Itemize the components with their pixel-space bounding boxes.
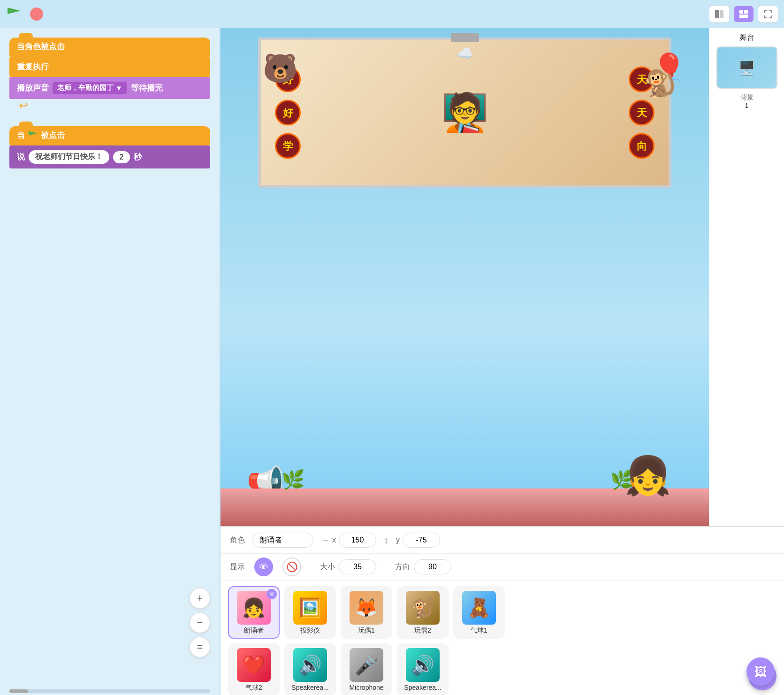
vis-hide-button[interactable]: 🚫 xyxy=(282,558,301,576)
char-tian2: 天 xyxy=(629,100,655,126)
sprite-card-img-microphone: 🎤 xyxy=(350,648,383,682)
zoom-in-button[interactable]: + xyxy=(190,588,210,609)
stage-sidebar-bg-count: 1 xyxy=(745,102,749,109)
sprite-card-wuou2[interactable]: 🐒 玩偶2 xyxy=(397,586,449,639)
sprite-grid: ✕ 👧 朗诵者 🖼️ 投影仪 🦊 玩偶1 🐒 玩偶2 xyxy=(221,580,741,695)
svg-rect-1 xyxy=(720,10,723,18)
sprite-card-speaker1[interactable]: 🔊 Speakerea... xyxy=(284,643,336,695)
flag-icon xyxy=(8,8,21,21)
top-bar-right xyxy=(709,6,778,23)
sprite-card-touyingyi[interactable]: 🖼️ 投影仪 xyxy=(284,586,336,639)
block-repeat-label: 重复执行 xyxy=(17,61,49,72)
stage-sidebar-title: 舞台 xyxy=(739,33,754,43)
coord-y-label: y xyxy=(396,536,400,544)
svg-rect-2 xyxy=(739,10,743,14)
stop-icon xyxy=(30,8,43,21)
teacher-figure: 🧑‍🏫 xyxy=(441,91,488,135)
zoom-out-button[interactable]: − xyxy=(190,612,210,633)
coord-group-y: y xyxy=(396,533,440,548)
stop-button[interactable] xyxy=(28,6,45,23)
stage-sidebar: 舞台 🖥️ 背景 1 xyxy=(709,28,784,526)
arrow-up-down-icon: ↕ xyxy=(384,535,388,546)
block-sound-suffix: 等待播完 xyxy=(131,83,163,93)
block-sound-prefix: 播放声音 xyxy=(17,83,49,93)
char-hao2: 好 xyxy=(275,100,301,126)
cloud-icon: ☁️ xyxy=(456,45,473,61)
add-bg-button[interactable]: 🖼 xyxy=(746,657,775,686)
sprite-card-label-qiqiu1: 气球1 xyxy=(471,626,487,635)
block-say-text[interactable]: 祝老师们节日快乐！ xyxy=(29,150,109,164)
flag-button[interactable] xyxy=(6,6,23,23)
coord-x-input[interactable] xyxy=(339,533,376,548)
layout-btn-1[interactable] xyxy=(709,6,730,23)
left-panel: 当角色被点击 重复执行 播放声音 老师，辛勤的园丁 ▼ 等待播完 ↩ xyxy=(0,28,221,695)
stage-container: 好 好 学 🧑‍🏫 天 天 向 xyxy=(221,28,709,526)
sprite-card-img-speaker2: 🔊 xyxy=(406,648,440,682)
sprite-card-img-touyingyi: 🖼️ xyxy=(293,591,327,625)
sprite-card-img-qiqiu1: 🧸 xyxy=(462,591,496,625)
sprite-card-qiqiu1[interactable]: 🧸 气球1 xyxy=(453,586,505,639)
size-input[interactable] xyxy=(339,559,376,574)
svg-rect-4 xyxy=(739,15,748,18)
block-flag-hat-suffix: 被点击 xyxy=(41,130,65,141)
arrow-left-right-icon: ↔ xyxy=(321,535,329,545)
sprite-card-qiqiu2[interactable]: ❤️ 气球2 xyxy=(228,643,280,695)
dir-input[interactable] xyxy=(414,559,451,574)
sprite-card-label-speaker1: Speakerea... xyxy=(291,684,328,691)
block-return-icon: ↩ xyxy=(19,99,210,112)
block-say-unit: 秒 xyxy=(134,152,142,162)
block-say-prefix: 说 xyxy=(17,152,25,162)
code-area: 当角色被点击 重复执行 播放声音 老师，辛勤的园丁 ▼ 等待播完 ↩ xyxy=(0,28,220,687)
sprite-card-label-qiqiu2: 气球2 xyxy=(245,684,262,692)
dir-group: 方向 xyxy=(395,559,451,574)
sprite-name-input[interactable] xyxy=(252,533,313,548)
left-panel-scrollbar-thumb[interactable] xyxy=(9,689,28,693)
block-flag-hat[interactable]: 当 被点击 xyxy=(9,126,210,145)
block-repeat[interactable]: 重复执行 xyxy=(9,57,210,77)
sprite-card-label-microphone: Microphone xyxy=(349,684,383,691)
backdrop-inner: 好 好 学 🧑‍🏫 天 天 向 xyxy=(261,40,669,185)
sprite-card-wuou1[interactable]: 🦊 玩偶1 xyxy=(341,586,392,639)
sprite-card-microphone[interactable]: 🎤 Microphone xyxy=(341,643,392,695)
sprite-panel: 角色 ↔ x ↕ y 显示 👁 🚫 大小 xyxy=(221,526,784,695)
char-xiang: 向 xyxy=(629,133,655,159)
sprite-card-label-langsonzhe: 朗诵者 xyxy=(244,626,264,635)
scene: 好 好 学 🧑‍🏫 天 天 向 xyxy=(221,28,709,526)
block-sound-dropdown[interactable]: 老师，辛勤的园丁 ▼ xyxy=(53,82,127,94)
svg-rect-0 xyxy=(715,10,719,18)
sprite-delete-btn[interactable]: ✕ xyxy=(266,589,277,599)
stage-row: 好 好 学 🧑‍🏫 天 天 向 xyxy=(221,28,784,526)
block-say-num[interactable]: 2 xyxy=(113,151,130,163)
sprite-card-img-wuou1: 🦊 xyxy=(350,591,383,625)
zoom-reset-button[interactable]: = xyxy=(190,637,210,657)
stage-sidebar-bg-label: 背景 xyxy=(740,93,754,102)
dir-label: 方向 xyxy=(395,562,410,572)
block-sound[interactable]: 播放声音 老师，辛勤的园丁 ▼ 等待播完 xyxy=(9,77,210,99)
backdrop-top-support xyxy=(451,33,479,42)
block-say[interactable]: 说 祝老师们节日快乐！ 2 秒 xyxy=(9,145,210,168)
svg-rect-3 xyxy=(744,10,748,14)
sprite-card-speaker2[interactable]: 🔊 Speakerea... xyxy=(397,643,449,695)
layout-btn-2[interactable] xyxy=(733,6,754,23)
sprite-card-label-speaker2: Speakerea... xyxy=(404,684,441,691)
sprite-info-row: 角色 ↔ x ↕ y xyxy=(221,527,784,554)
stage-backdrop: 好 好 学 🧑‍🏫 天 天 向 xyxy=(258,38,671,188)
coord-y-input[interactable] xyxy=(403,533,440,548)
zoom-controls: + − = xyxy=(190,588,210,657)
sprite-grid-container: ✕ 👧 朗诵者 🖼️ 投影仪 🦊 玩偶1 🐒 玩偶2 xyxy=(221,580,784,695)
top-bar-left xyxy=(6,6,45,23)
sprite-card-langsonzhe[interactable]: ✕ 👧 朗诵者 xyxy=(228,586,280,639)
block-hat-click[interactable]: 当角色被点击 xyxy=(9,38,210,57)
sprite-card-img-wuou2: 🐒 xyxy=(406,591,440,625)
fullscreen-button[interactable] xyxy=(758,6,778,23)
block-dropdown-arrow: ▼ xyxy=(115,84,122,92)
sprite-card-img-qiqiu2: ❤️ xyxy=(237,648,271,682)
girl-sprite[interactable]: 👧 xyxy=(624,454,671,498)
fab-area: 🐱 🖼 xyxy=(741,580,784,695)
stage-thumbnail[interactable]: 🖥️ xyxy=(716,46,777,89)
flag-small-icon xyxy=(29,131,37,140)
vis-show-button[interactable]: 👁 xyxy=(254,558,273,576)
bear-balloon: 🐻 xyxy=(263,52,298,85)
heart-balloon: 🎈 xyxy=(653,52,685,82)
size-label: 大小 xyxy=(320,562,335,572)
